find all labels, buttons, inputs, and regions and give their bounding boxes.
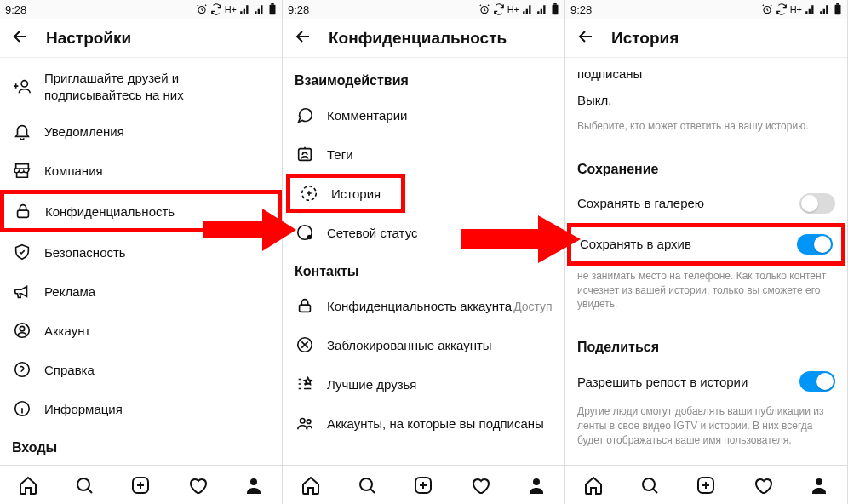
row-story[interactable]: История — [286, 174, 405, 213]
svg-point-29 — [643, 478, 655, 490]
svg-rect-28 — [836, 3, 839, 5]
svg-rect-1 — [270, 5, 276, 14]
row-help[interactable]: Справка — [0, 350, 282, 389]
nav-profile-icon[interactable] — [243, 474, 265, 496]
hint-reshare: Другие люди смогут добавлять ваши публик… — [565, 401, 847, 455]
row-label: Справка — [44, 363, 270, 377]
row-label: Сохранять в архив — [580, 237, 785, 251]
bell-icon — [12, 121, 32, 141]
nav-search-icon[interactable] — [639, 474, 661, 496]
nav-home-icon[interactable] — [582, 474, 604, 496]
sync-icon — [776, 3, 788, 15]
row-allow-reshare[interactable]: Разрешить репост в истории — [565, 362, 847, 401]
info-icon — [12, 398, 32, 419]
bottom-nav — [565, 465, 847, 504]
row-label: Комментарии — [327, 108, 553, 123]
section-saving: Сохранение — [565, 150, 847, 184]
signal-icon — [522, 3, 534, 15]
toggle-save-archive[interactable] — [797, 234, 833, 255]
alarm-icon — [478, 3, 490, 15]
status-time: 9:28 — [288, 3, 309, 16]
svg-rect-27 — [835, 5, 841, 14]
blocked-icon — [295, 335, 315, 355]
svg-rect-15 — [299, 149, 312, 161]
nav-profile-icon[interactable] — [525, 474, 547, 496]
megaphone-icon — [12, 281, 32, 301]
bottom-nav — [283, 465, 564, 504]
row-account[interactable]: Аккаунт — [0, 311, 282, 350]
svg-point-9 — [77, 478, 89, 490]
row-notifications[interactable]: Уведомления — [0, 112, 282, 151]
toggle-allow-reshare[interactable] — [799, 371, 835, 392]
svg-point-6 — [20, 326, 25, 331]
svg-point-3 — [21, 80, 27, 86]
signal-icon-2 — [254, 3, 266, 15]
nav-profile-icon[interactable] — [808, 474, 830, 496]
svg-point-25 — [533, 478, 540, 485]
row-save-gallery[interactable]: Сохранять в галерею — [565, 184, 847, 223]
section-logins: Входы — [0, 428, 282, 462]
svg-rect-4 — [18, 210, 29, 217]
svg-point-22 — [307, 420, 311, 424]
back-icon[interactable] — [576, 26, 596, 50]
svg-point-18 — [307, 235, 312, 240]
people-icon — [295, 413, 315, 433]
settings-list: Приглашайте друзей и подписывайтесь на н… — [0, 58, 282, 465]
status-icons: H+ — [761, 3, 842, 15]
network-text: H+ — [790, 4, 802, 14]
nav-add-icon[interactable] — [412, 474, 434, 496]
page-title: История — [611, 29, 679, 48]
svg-rect-2 — [271, 3, 274, 5]
nav-heart-icon[interactable] — [752, 474, 774, 496]
svg-point-11 — [250, 478, 257, 485]
star-list-icon — [295, 374, 315, 394]
story-add-icon — [299, 183, 319, 203]
row-blocked[interactable]: Заблокированные аккаунты — [283, 325, 564, 364]
row-label: Аккаунт — [44, 324, 270, 338]
storefront-icon — [12, 160, 32, 180]
toggle-save-gallery[interactable] — [799, 193, 835, 214]
row-tags[interactable]: Теги — [283, 135, 564, 174]
section-share: Поделиться — [565, 328, 847, 362]
status-bar: 9:28 H+ — [565, 0, 847, 19]
back-icon[interactable] — [10, 26, 31, 50]
row-label: Информация — [44, 402, 270, 416]
status-time: 9:28 — [5, 3, 26, 16]
battery-icon — [268, 3, 277, 15]
row-following-accounts[interactable]: Аккаунты, на которые вы подписаны — [283, 404, 564, 443]
row-invite-friends[interactable]: Приглашайте друзей и подписывайтесь на н… — [0, 61, 282, 112]
row-save-archive[interactable]: Сохранять в архив — [567, 223, 845, 266]
svg-rect-19 — [300, 305, 311, 312]
signal-icon-2 — [536, 3, 548, 15]
row-label: Уведомления — [44, 124, 270, 139]
back-icon[interactable] — [293, 26, 313, 50]
nav-heart-icon[interactable] — [186, 474, 209, 496]
nav-heart-icon[interactable] — [469, 474, 491, 496]
fragment-top: подписаны — [565, 61, 847, 89]
divider — [565, 146, 847, 146]
nav-search-icon[interactable] — [356, 474, 378, 496]
nav-home-icon[interactable] — [17, 474, 39, 496]
row-comments[interactable]: Комментарии — [283, 95, 564, 135]
row-account-privacy[interactable]: Конфиденциальность аккаунтаДоступн — [283, 286, 564, 325]
nav-home-icon[interactable] — [300, 474, 322, 496]
battery-icon — [551, 3, 559, 15]
row-info[interactable]: Информация — [0, 389, 282, 428]
row-close-friends[interactable]: Лучшие друзья — [283, 364, 564, 404]
nav-add-icon[interactable] — [695, 474, 717, 496]
row-business[interactable]: Компания — [0, 151, 282, 190]
signal-icon — [805, 3, 816, 15]
row-ads[interactable]: Реклама — [0, 272, 282, 311]
add-person-icon — [12, 77, 32, 97]
svg-point-23 — [360, 478, 372, 490]
svg-point-21 — [301, 419, 306, 424]
page-title: Настройки — [46, 29, 131, 48]
page-title: Конфиденциальность — [329, 29, 507, 48]
activity-icon — [295, 222, 315, 243]
nav-add-icon[interactable] — [129, 474, 152, 496]
hint-reply: Выберите, кто может ответить на вашу ист… — [565, 116, 847, 142]
status-bar: 9:28 H+ — [0, 0, 282, 19]
network-text: H+ — [225, 4, 237, 14]
svg-point-31 — [816, 478, 822, 485]
nav-search-icon[interactable] — [73, 474, 95, 496]
